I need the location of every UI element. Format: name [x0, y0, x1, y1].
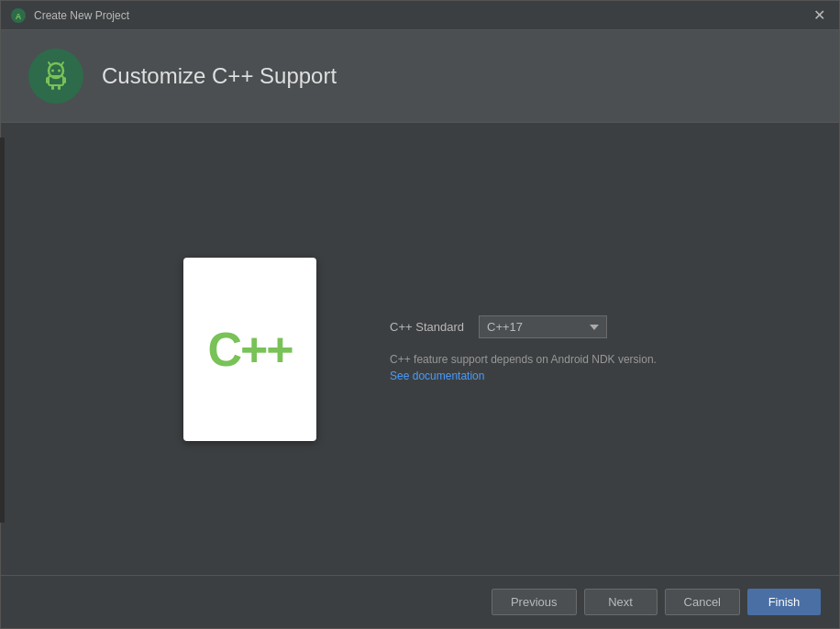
svg-text:A: A — [16, 12, 22, 21]
android-studio-icon: A — [10, 7, 27, 24]
info-block: C++ feature support depends on Android N… — [390, 353, 657, 382]
title-bar-left: A Create New Project — [10, 7, 129, 24]
header-section: Customize C++ Support — [1, 30, 839, 123]
cancel-button[interactable]: Cancel — [665, 589, 740, 615]
content-area: C++ C++ Standard C++17 Toolchain Default… — [1, 123, 839, 575]
form-section: C++ Standard C++17 Toolchain Default C++… — [390, 315, 657, 382]
cpp-standard-select[interactable]: C++17 Toolchain Default C++11 C++14 C++2… — [479, 315, 607, 338]
next-button[interactable]: Next — [584, 589, 658, 615]
svg-rect-12 — [58, 85, 61, 90]
previous-button[interactable]: Previous — [492, 589, 577, 615]
cpp-standard-label: C++ Standard — [390, 320, 464, 334]
see-documentation-link[interactable]: See documentation — [390, 370, 657, 382]
svg-rect-9 — [46, 77, 49, 83]
left-strip — [0, 138, 5, 523]
cpp-card: C++ — [183, 258, 316, 441]
main-window: A Create New Project ✕ Cu — [0, 0, 840, 629]
header-logo — [28, 49, 83, 104]
cpp-logo: C++ — [207, 322, 292, 377]
svg-rect-11 — [51, 85, 54, 90]
page-title: Customize C++ Support — [102, 63, 337, 89]
svg-point-6 — [51, 70, 54, 72]
android-studio-logo-icon — [36, 56, 76, 96]
info-text: C++ feature support depends on Android N… — [390, 353, 657, 366]
close-button[interactable]: ✕ — [808, 5, 830, 27]
title-bar: A Create New Project ✕ — [1, 1, 839, 30]
finish-button[interactable]: Finish — [747, 589, 821, 615]
svg-point-7 — [58, 70, 61, 72]
footer: Previous Next Cancel Finish — [1, 575, 839, 628]
svg-rect-10 — [63, 77, 66, 83]
window-title: Create New Project — [34, 9, 129, 22]
cpp-standard-row: C++ Standard C++17 Toolchain Default C++… — [390, 315, 657, 338]
